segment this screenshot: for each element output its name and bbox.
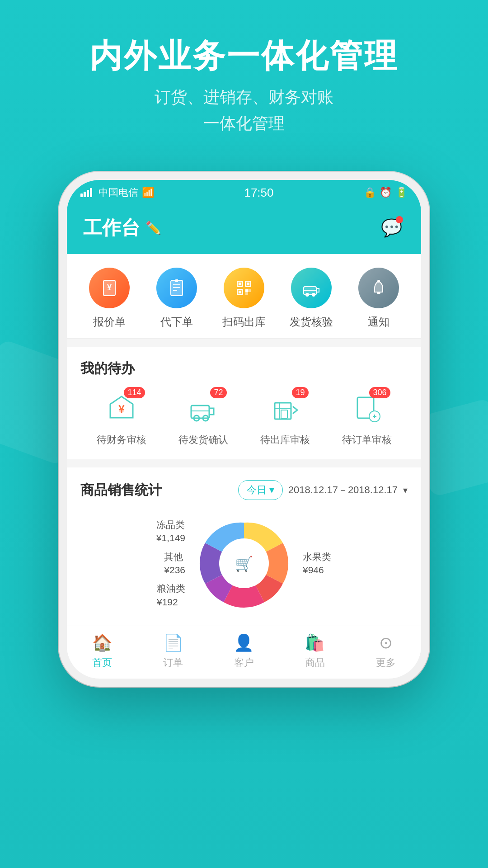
legend-other: 其他¥236 [164, 550, 185, 577]
workbench-title: 工作台 [83, 215, 140, 241]
svg-rect-12 [239, 291, 241, 293]
quick-actions: ¥ 报价单 [67, 254, 421, 339]
bottom-nav: 🏠 首页 📄 订单 👤 客户 🛍️ 商品 [67, 626, 421, 679]
finance-badge: 114 [124, 387, 145, 398]
quick-action-item[interactable]: 发货核验 [277, 268, 345, 329]
hero-section: 内外业务一体化管理 订货、进销存、财务对账 一体化管理 [0, 36, 488, 137]
alarm-icon: ⏰ [380, 187, 392, 198]
svg-rect-27 [275, 403, 291, 419]
nav-home-label: 首页 [92, 656, 112, 670]
scan-icon [224, 268, 264, 308]
svg-rect-14 [248, 289, 251, 292]
svg-point-18 [312, 293, 315, 297]
more-icon: ⊙ [379, 633, 393, 652]
legend-right: 水果类¥946 [294, 550, 403, 577]
quick-action-item[interactable]: 通知 [345, 268, 412, 329]
pending-section: 我的待办 ¥ 114 待财务审核 [67, 347, 421, 459]
warehouse-icon-wrap: 19 [267, 391, 303, 427]
phone-screen: 中国电信 📶 17:50 🔒 ⏰ 🔋 工作台 ✏️ 💬 [67, 180, 421, 679]
notification-badge [396, 216, 403, 223]
svg-rect-20 [377, 292, 380, 294]
proxy-order-label: 代下单 [160, 315, 193, 329]
finance-label: 待财务审核 [97, 433, 146, 447]
app-header-left: 工作台 ✏️ [83, 215, 161, 241]
legend-left: 冻品类¥1,149 其他¥236 粮油类¥192 [85, 518, 194, 609]
stats-header: 商品销售统计 今日 ▾ 2018.12.17－2018.12.17 ▾ [80, 480, 408, 500]
svg-rect-10 [247, 283, 249, 285]
stats-title: 商品销售统计 [80, 481, 162, 500]
phone-content: ¥ 报价单 [67, 254, 421, 679]
nav-orders-label: 订单 [163, 656, 183, 670]
pending-title: 我的待办 [80, 359, 408, 378]
quick-action-item[interactable]: 代下单 [143, 268, 211, 329]
nav-customers[interactable]: 👤 客户 [209, 633, 280, 670]
wifi-icon: 📶 [142, 187, 154, 198]
chevron-down-icon: ▾ [269, 484, 274, 496]
status-right: 🔒 ⏰ 🔋 [364, 187, 408, 198]
lock-icon: 🔒 [364, 187, 376, 198]
nav-home[interactable]: 🏠 首页 [67, 633, 138, 670]
app-header: 工作台 ✏️ 💬 [67, 205, 421, 254]
order-review-badge: 306 [369, 387, 390, 398]
pending-item[interactable]: 306 待订单审核 [342, 391, 392, 447]
stats-filter: 今日 ▾ 2018.12.17－2018.12.17 ▾ [238, 480, 408, 500]
hero-subtitle: 订货、进销存、财务对账 一体化管理 [0, 84, 488, 136]
quote-icon: ¥ [89, 268, 130, 308]
svg-point-17 [305, 293, 309, 297]
phone-mockup: 中国电信 📶 17:50 🔒 ⏰ 🔋 工作台 ✏️ 💬 [59, 172, 429, 687]
date-range: 2018.12.17－2018.12.17 [288, 483, 398, 497]
legend-frozen: 冻品类¥1,149 [156, 518, 185, 545]
notification-icon [358, 268, 399, 308]
delivery-check-icon [291, 268, 332, 308]
svg-rect-15 [245, 292, 248, 295]
svg-rect-13 [245, 289, 248, 292]
svg-point-21 [377, 280, 380, 283]
nav-more[interactable]: ⊙ 更多 [350, 633, 421, 670]
phone-outer: 中国电信 📶 17:50 🔒 ⏰ 🔋 工作台 ✏️ 💬 [59, 172, 429, 687]
pending-item[interactable]: 19 待出库审核 [260, 391, 310, 447]
filter-button[interactable]: 今日 ▾ [238, 480, 283, 500]
delivery-label: 待发货确认 [178, 433, 228, 447]
order-proxy-icon [156, 268, 197, 308]
signal-icon [80, 188, 92, 197]
battery-icon: 🔋 [395, 187, 408, 198]
pending-item[interactable]: ¥ 114 待财务审核 [97, 391, 146, 447]
status-left: 中国电信 📶 [80, 186, 154, 199]
stats-section: 商品销售统计 今日 ▾ 2018.12.17－2018.12.17 ▾ [67, 467, 421, 626]
hero-title: 内外业务一体化管理 [0, 36, 488, 75]
nav-more-label: 更多 [376, 656, 396, 670]
pending-item[interactable]: 72 待发货确认 [178, 391, 228, 447]
svg-text:🛒: 🛒 [235, 555, 253, 572]
svg-text:¥: ¥ [107, 283, 112, 292]
date-chevron-icon: ▾ [403, 485, 408, 495]
order-review-label: 待订单审核 [342, 433, 392, 447]
delivery-icon-wrap: 72 [185, 391, 221, 427]
status-bar: 中国电信 📶 17:50 🔒 ⏰ 🔋 [67, 180, 421, 205]
legend-fruit: 水果类¥946 [303, 550, 403, 577]
warehouse-label: 待出库审核 [260, 433, 310, 447]
edit-icon[interactable]: ✏️ [145, 221, 161, 236]
notification-button[interactable]: 💬 [378, 214, 405, 241]
filter-label: 今日 [247, 483, 267, 497]
svg-rect-30 [281, 410, 287, 418]
products-icon: 🛍️ [305, 633, 325, 652]
delivery-badge: 72 [210, 387, 226, 398]
scan-out-label: 扫码出库 [222, 315, 266, 329]
nav-products[interactable]: 🛍️ 商品 [279, 633, 350, 670]
svg-text:¥: ¥ [118, 403, 125, 415]
donut-chart: 🛒 [194, 514, 294, 613]
carrier-label: 中国电信 [99, 186, 138, 199]
nav-customers-label: 客户 [234, 656, 254, 670]
finance-icon-wrap: ¥ 114 [103, 391, 140, 427]
delivery-verify-label: 发货核验 [290, 315, 333, 329]
quick-action-item[interactable]: 扫码出库 [211, 268, 278, 329]
time-display: 17:50 [244, 186, 273, 200]
quick-action-item[interactable]: ¥ 报价单 [76, 268, 143, 329]
warehouse-badge: 19 [292, 387, 308, 398]
customers-icon: 👤 [234, 633, 254, 652]
svg-rect-6 [175, 279, 178, 282]
nav-orders[interactable]: 📄 订单 [138, 633, 209, 670]
nav-products-label: 商品 [305, 656, 325, 670]
quote-label: 报价单 [93, 315, 126, 329]
orders-icon: 📄 [163, 633, 183, 652]
